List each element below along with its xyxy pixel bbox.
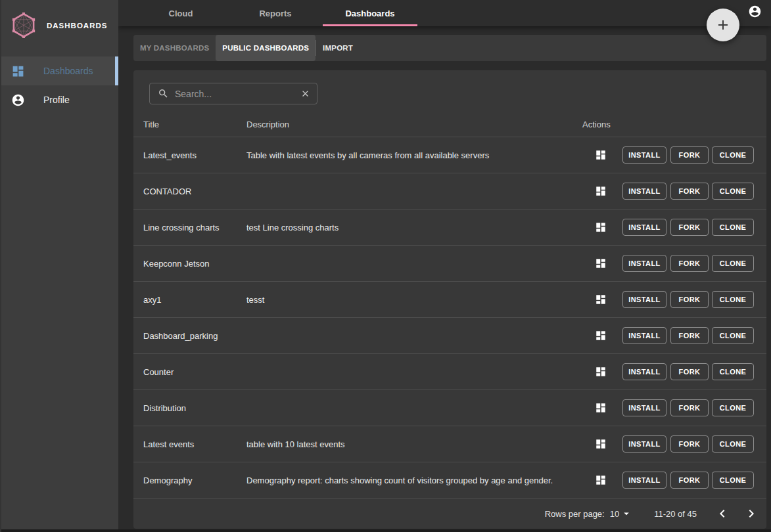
fork-button[interactable]: FORK — [670, 146, 709, 164]
fork-button[interactable]: FORK — [670, 399, 709, 416]
row-title: Demography — [143, 476, 192, 485]
install-button[interactable]: INSTALL — [622, 219, 666, 236]
tab-cloud[interactable]: Cloud — [133, 0, 228, 26]
tab-label: Dashboards — [345, 9, 394, 18]
dashboard-preview-icon[interactable] — [595, 366, 607, 378]
search-input[interactable] — [175, 89, 294, 99]
fork-button[interactable]: FORK — [670, 183, 709, 200]
install-button[interactable]: INSTALL — [622, 146, 666, 164]
clone-button[interactable]: CLONE — [712, 255, 754, 272]
clone-button[interactable]: CLONE — [712, 435, 754, 453]
account-icon[interactable] — [748, 5, 762, 18]
row-title: Distribution — [143, 403, 186, 413]
dashboard-preview-icon[interactable] — [595, 330, 607, 342]
clone-button[interactable]: CLONE — [712, 219, 754, 236]
window-bottom-edge — [0, 529, 771, 532]
dashboard-subtabs: MY DASHBOARDS PUBLIC DASHBOARDS IMPORT — [133, 35, 766, 61]
window-left-edge — [0, 0, 1, 532]
plus-icon — [715, 17, 731, 33]
logo-row: DASHBOARDS — [0, 0, 118, 41]
top-tabs: Cloud Reports Dashboards — [118, 0, 771, 26]
rows-per-page-label: Rows per page: — [545, 509, 605, 519]
clear-search-icon[interactable] — [300, 89, 310, 99]
row-title: Latest_events — [143, 150, 197, 160]
row-description: Demography report: charts showing count … — [246, 476, 553, 485]
add-dashboard-fab[interactable] — [707, 9, 739, 41]
row-title: Line crossing charts — [143, 223, 220, 233]
install-button[interactable]: INSTALL — [622, 255, 666, 272]
dashboard-preview-icon[interactable] — [595, 402, 607, 414]
clone-button[interactable]: CLONE — [712, 472, 754, 489]
table-row: Keepconn Jetson INSTALL FORK CLONE — [133, 245, 766, 281]
subtab-public-dashboards[interactable]: PUBLIC DASHBOARDS — [216, 35, 315, 61]
fork-button[interactable]: FORK — [670, 435, 709, 453]
clone-button[interactable]: CLONE — [712, 399, 754, 416]
clone-button[interactable]: CLONE — [712, 327, 754, 344]
clone-button[interactable]: CLONE — [712, 291, 754, 308]
row-title: Keepconn Jetson — [143, 259, 209, 269]
dashboard-preview-icon[interactable] — [595, 474, 607, 486]
dashboard-preview-icon[interactable] — [595, 294, 607, 305]
sidebar-item-dashboards[interactable]: Dashboards — [0, 56, 118, 85]
dropdown-arrow-icon — [620, 508, 632, 520]
install-button[interactable]: INSTALL — [622, 291, 666, 308]
dashboard-preview-icon[interactable] — [595, 185, 607, 197]
subtab-label: IMPORT — [323, 44, 353, 52]
tab-reports[interactable]: Reports — [228, 0, 323, 26]
fork-button[interactable]: FORK — [670, 327, 709, 344]
install-button[interactable]: INSTALL — [622, 363, 666, 380]
rows-per-page-value: 10 — [610, 509, 619, 519]
fork-button[interactable]: FORK — [670, 363, 709, 380]
column-header-title: Title — [143, 119, 159, 129]
table-row: Latest events table with 10 latest event… — [133, 426, 766, 462]
install-button[interactable]: INSTALL — [622, 183, 666, 200]
sidebar-item-profile[interactable]: Profile — [0, 85, 118, 114]
active-tab-indicator — [323, 24, 417, 26]
row-description: tesst — [246, 295, 264, 305]
fork-button[interactable]: FORK — [670, 472, 709, 489]
next-page-button[interactable] — [743, 506, 759, 521]
subtab-label: PUBLIC DASHBOARDS — [222, 44, 309, 52]
profile-icon — [11, 93, 25, 107]
tab-dashboards[interactable]: Dashboards — [323, 0, 417, 26]
dashboard-preview-icon[interactable] — [595, 438, 607, 450]
table-row: Dashboard_parking INSTALL FORK CLONE — [133, 317, 766, 353]
row-title: Latest events — [143, 439, 194, 449]
row-title: Dashboard_parking — [143, 331, 218, 341]
dashboard-preview-icon[interactable] — [595, 257, 607, 269]
dashboards-panel: Title Description Actions Latest_events … — [133, 70, 766, 529]
row-title: axy1 — [143, 295, 161, 305]
tab-label: Cloud — [169, 9, 193, 18]
fork-button[interactable]: FORK — [670, 219, 709, 236]
table-row: Distribution INSTALL FORK CLONE — [133, 389, 766, 426]
pagination-range: 11-20 of 45 — [654, 509, 697, 519]
rows-per-page-select[interactable]: 10 — [610, 508, 632, 520]
appbar: Cloud Reports Dashboards — [118, 0, 771, 26]
column-header-actions: Actions — [582, 119, 611, 129]
clone-button[interactable]: CLONE — [712, 363, 754, 380]
search-icon — [158, 88, 169, 99]
dashboard-icon — [11, 64, 25, 78]
table-row: Latest_events Table with latest events b… — [133, 137, 766, 173]
fork-button[interactable]: FORK — [670, 255, 709, 272]
row-title: CONTADOR — [143, 187, 191, 196]
sidebar-item-label: Profile — [43, 95, 70, 105]
table-header: Title Description Actions — [133, 111, 766, 137]
install-button[interactable]: INSTALL — [622, 327, 666, 344]
app-title: DASHBOARDS — [47, 22, 107, 30]
install-button[interactable]: INSTALL — [622, 472, 666, 489]
clone-button[interactable]: CLONE — [712, 146, 754, 164]
dashboard-preview-icon[interactable] — [595, 149, 607, 161]
previous-page-button[interactable] — [714, 506, 730, 521]
subtab-my-dashboards[interactable]: MY DASHBOARDS — [133, 35, 216, 61]
row-description: test Line crossing charts — [246, 223, 339, 233]
clone-button[interactable]: CLONE — [712, 183, 754, 200]
dashboard-preview-icon[interactable] — [595, 221, 607, 233]
fork-button[interactable]: FORK — [670, 291, 709, 308]
install-button[interactable]: INSTALL — [622, 399, 666, 416]
table-row: axy1 tesst INSTALL FORK CLONE — [133, 281, 766, 317]
row-title: Counter — [143, 367, 174, 377]
subtab-import[interactable]: IMPORT — [316, 35, 360, 61]
table-body: Latest_events Table with latest events b… — [133, 137, 766, 498]
install-button[interactable]: INSTALL — [622, 435, 666, 453]
